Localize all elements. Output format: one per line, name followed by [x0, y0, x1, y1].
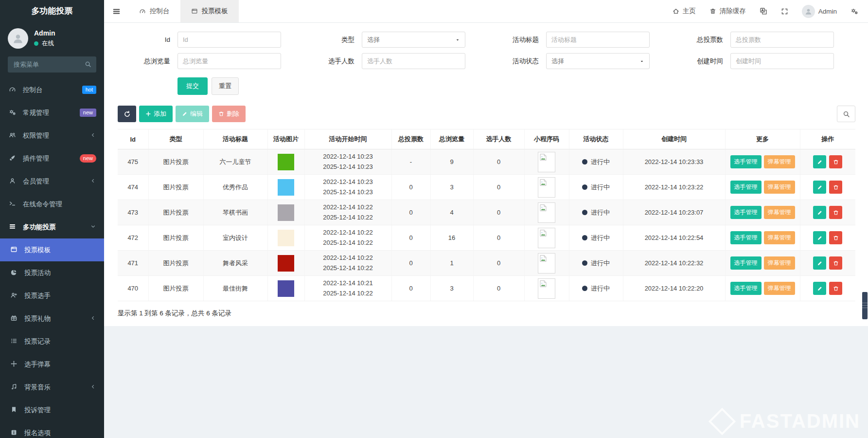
column-header-类型[interactable]: 类型 [148, 129, 203, 149]
miniapp-qrcode-image[interactable] [538, 253, 555, 274]
row-delete-button[interactable] [829, 155, 842, 168]
table-row-470[interactable]: 470图片投票最佳街舞2022-12-14 10:212025-12-14 10… [118, 276, 855, 301]
avatar[interactable] [8, 28, 28, 49]
sidebar-item-在线命令管理[interactable]: 在线命令管理 [0, 193, 104, 216]
manage-players-button[interactable]: 选手管理 [730, 181, 762, 194]
tab-投票模板[interactable]: 投票模板 [180, 0, 239, 22]
row-edit-button[interactable] [813, 231, 826, 244]
manage-danmaku-button[interactable]: 弹幕管理 [764, 231, 795, 244]
admin-menu[interactable]: Admin [802, 5, 837, 18]
manage-players-button[interactable]: 选手管理 [730, 282, 762, 295]
manage-danmaku-button[interactable]: 弹幕管理 [764, 206, 795, 219]
column-header-Id[interactable]: Id [118, 129, 148, 149]
column-header-活动开始时间[interactable]: 活动开始时间 [304, 129, 391, 149]
sidebar-item-权限管理[interactable]: 权限管理 [0, 124, 104, 147]
activity-image[interactable] [278, 280, 294, 297]
activity-image[interactable] [278, 230, 294, 246]
row-delete-button[interactable] [829, 256, 842, 270]
sidebar-item-label: 投票礼物 [24, 314, 90, 323]
filter-input-Id[interactable] [177, 32, 281, 48]
row-edit-button[interactable] [813, 282, 826, 295]
sidebar-item-选手弹幕[interactable]: 选手弹幕 [0, 353, 104, 376]
row-delete-button[interactable] [829, 181, 842, 194]
sidebar-item-插件管理[interactable]: 插件管理new [0, 147, 104, 170]
row-delete-button[interactable] [829, 206, 842, 219]
miniapp-qrcode-image[interactable] [538, 152, 555, 172]
column-header-操作[interactable]: 操作 [800, 129, 855, 149]
column-header-活动状态[interactable]: 活动状态 [569, 129, 623, 149]
manage-players-button[interactable]: 选手管理 [730, 206, 762, 219]
filter-input-总投票数[interactable] [730, 32, 834, 48]
tab-控制台[interactable]: 控制台 [128, 0, 180, 22]
column-header-总投票数[interactable]: 总投票数 [391, 129, 430, 149]
sidebar-item-投诉管理[interactable]: 投诉管理 [0, 399, 104, 421]
sidebar-item-投票选手[interactable]: 投票选手 [0, 284, 104, 307]
row-delete-button[interactable] [829, 231, 842, 244]
table-row-471[interactable]: 471图片投票舞者风采2022-12-14 10:222025-12-14 10… [118, 251, 855, 276]
sidebar-item-控制台[interactable]: 控制台hot [0, 78, 104, 101]
sidebar-item-常规管理[interactable]: 常规管理new [0, 101, 104, 124]
menu-toggle-button[interactable] [104, 0, 128, 22]
filter-select-活动状态[interactable]: 选择 [546, 53, 650, 69]
activity-image[interactable] [278, 179, 294, 196]
settings-button[interactable] [850, 7, 858, 15]
submit-button[interactable]: 提交 [177, 77, 208, 95]
miniapp-qrcode-image[interactable] [538, 202, 555, 223]
column-header-更多[interactable]: 更多 [725, 129, 800, 149]
table-row-473[interactable]: 473图片投票琴棋书画2022-12-14 10:222025-12-14 10… [118, 200, 855, 225]
manage-players-button[interactable]: 选手管理 [730, 231, 762, 244]
fastadmin-logo-icon [708, 407, 736, 435]
sidebar-item-背景音乐[interactable]: 背景音乐 [0, 376, 104, 399]
table-row-474[interactable]: 474图片投票优秀作品2022-12-14 10:232025-12-14 10… [118, 175, 855, 200]
clear-cache-button[interactable]: 清除缓存 [709, 7, 746, 16]
column-header-创建时间[interactable]: 创建时间 [623, 129, 725, 149]
sidebar-item-投票礼物[interactable]: 投票礼物 [0, 307, 104, 330]
filter-input-创建时间[interactable] [730, 53, 834, 69]
delete-button[interactable]: 删除 [212, 106, 246, 122]
row-edit-button[interactable] [813, 206, 826, 219]
manage-danmaku-button[interactable]: 弹幕管理 [764, 256, 795, 270]
sidebar-item-投票记录[interactable]: 投票记录 [0, 330, 104, 353]
language-button[interactable] [760, 7, 767, 15]
filter-input-选手人数[interactable] [362, 53, 465, 69]
miniapp-qrcode-image[interactable] [538, 278, 555, 299]
activity-image[interactable] [278, 204, 294, 221]
fullscreen-button[interactable] [781, 8, 788, 15]
column-header-活动图片[interactable]: 活动图片 [267, 129, 304, 149]
column-header-小程序码[interactable]: 小程序码 [524, 129, 569, 149]
column-header-选手人数[interactable]: 选手人数 [473, 129, 524, 149]
refresh-button[interactable] [118, 106, 136, 122]
activity-image[interactable] [278, 255, 294, 272]
sidebar-item-报名选项[interactable]: 报名选项 [0, 421, 104, 438]
table-row-472[interactable]: 472图片投票室内设计2022-12-14 10:222025-12-14 10… [118, 225, 855, 251]
edit-button[interactable]: 编辑 [176, 106, 209, 122]
column-header-活动标题[interactable]: 活动标题 [203, 129, 267, 149]
row-delete-button[interactable] [829, 282, 842, 295]
menu-search-input[interactable] [8, 56, 96, 73]
toggle-search-button[interactable] [837, 106, 855, 122]
manage-danmaku-button[interactable]: 弹幕管理 [764, 155, 795, 168]
manage-players-button[interactable]: 选手管理 [730, 256, 762, 270]
home-link[interactable]: 主页 [673, 7, 696, 16]
manage-danmaku-button[interactable]: 弹幕管理 [764, 181, 795, 194]
table-row-475[interactable]: 475图片投票六一儿童节2022-12-14 10:232025-12-14 1… [118, 149, 855, 175]
sidebar-item-多功能投票[interactable]: 多功能投票 [0, 216, 104, 238]
filter-input-总浏览量[interactable] [177, 53, 281, 69]
activity-image[interactable] [278, 154, 294, 170]
scrollbar-thumb[interactable] [862, 292, 868, 319]
row-edit-button[interactable] [813, 181, 826, 194]
manage-players-button[interactable]: 选手管理 [730, 155, 762, 168]
sidebar-item-投票模板[interactable]: 投票模板 [0, 238, 104, 261]
manage-danmaku-button[interactable]: 弹幕管理 [764, 282, 795, 295]
miniapp-qrcode-image[interactable] [538, 228, 555, 248]
filter-select-类型[interactable]: 选择 [362, 32, 465, 48]
sidebar-item-会员管理[interactable]: 会员管理 [0, 170, 104, 193]
sidebar-item-投票活动[interactable]: 投票活动 [0, 261, 104, 284]
add-button[interactable]: 添加 [139, 106, 173, 122]
reset-button[interactable]: 重置 [212, 77, 239, 95]
row-edit-button[interactable] [813, 155, 826, 168]
column-header-总浏览量[interactable]: 总浏览量 [430, 129, 473, 149]
row-edit-button[interactable] [813, 256, 826, 270]
miniapp-qrcode-image[interactable] [538, 177, 555, 198]
filter-input-活动标题[interactable] [546, 32, 650, 48]
